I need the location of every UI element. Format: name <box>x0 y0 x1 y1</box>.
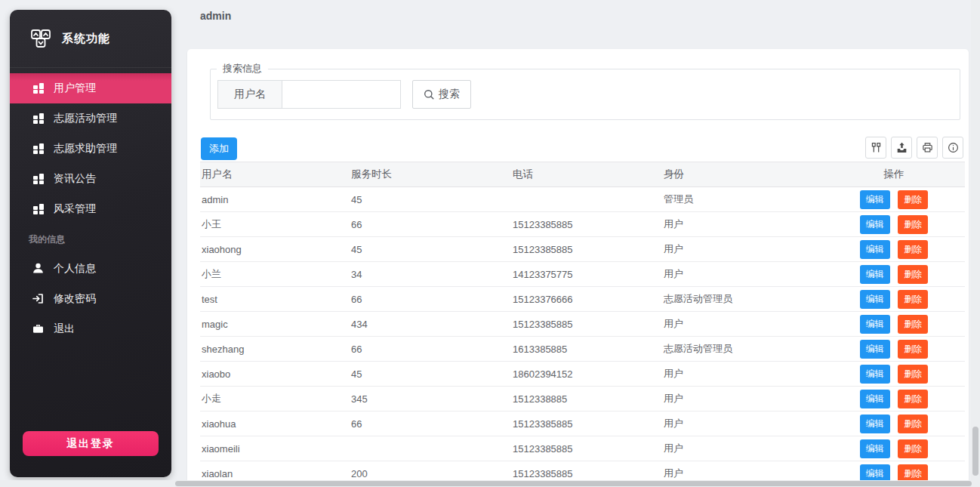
cell-role: 志愿活动管理员 <box>662 287 823 312</box>
cell-duration: 45 <box>350 187 511 212</box>
sidebar-menu-item[interactable]: 资讯公告 <box>10 164 171 194</box>
cell-duration <box>350 436 511 461</box>
vertical-scrollbar-thumb[interactable] <box>972 427 978 476</box>
sidebar-menu-item[interactable]: 志愿活动管理 <box>10 103 171 134</box>
delete-button[interactable]: 删除 <box>898 240 928 259</box>
app-logo: 系统功能 <box>10 10 171 68</box>
cell-actions: 编辑 删除 <box>823 337 965 362</box>
add-button[interactable]: 添加 <box>201 137 237 160</box>
sidebar-menu-label: 用户管理 <box>54 82 96 95</box>
edit-button[interactable]: 编辑 <box>860 365 890 384</box>
edit-button[interactable]: 编辑 <box>860 265 890 284</box>
grid-icon <box>33 113 44 124</box>
cell-username: 小走 <box>200 387 350 411</box>
cell-phone: 15123385885 <box>511 237 662 262</box>
delete-button[interactable]: 删除 <box>898 415 928 433</box>
cell-username: xiaohong <box>200 237 350 262</box>
col-duration: 服务时长 <box>350 162 511 187</box>
cell-phone: 15123385885 <box>511 411 662 436</box>
sidebar-menu-label: 资讯公告 <box>54 172 96 186</box>
cell-username: shezhang <box>200 337 350 362</box>
sidebar-menu-item[interactable]: 风采管理 <box>10 194 171 224</box>
table-row: 小兰 34 14123375775 用户 编辑 删除 <box>200 262 965 287</box>
cell-username: xiaohua <box>200 411 350 436</box>
cell-duration: 34 <box>350 262 511 287</box>
horizontal-scrollbar-thumb[interactable] <box>175 481 972 486</box>
main-menu: 用户管理 志愿活动管理 志愿求助管理 资讯公告 风采管理 <box>10 73 171 224</box>
delete-button[interactable]: 删除 <box>898 340 928 359</box>
horizontal-scrollbar-track[interactable] <box>0 480 980 487</box>
cell-username: 小王 <box>200 212 350 237</box>
delete-button[interactable]: 删除 <box>898 190 928 209</box>
edit-button[interactable]: 编辑 <box>860 340 890 359</box>
cell-role: 用户 <box>662 312 823 337</box>
table-row: xiaohong 45 15123385885 用户 编辑 删除 <box>200 237 965 262</box>
delete-button[interactable]: 删除 <box>898 290 928 309</box>
cell-actions: 编辑 删除 <box>823 237 965 262</box>
edit-button[interactable]: 编辑 <box>860 290 890 309</box>
cell-actions: 编辑 删除 <box>823 262 965 287</box>
edit-button[interactable]: 编辑 <box>860 390 890 408</box>
sidebar-menu-label: 志愿求助管理 <box>54 142 117 156</box>
sidebar-item-exit[interactable]: 退出 <box>10 315 171 334</box>
cell-phone: 15123385885 <box>511 436 662 461</box>
edit-button[interactable]: 编辑 <box>860 315 890 334</box>
vertical-scrollbar-track[interactable] <box>971 0 980 487</box>
sidebar-menu-label: 志愿活动管理 <box>54 112 117 125</box>
sidebar-menu-item[interactable]: 用户管理 <box>10 73 171 103</box>
delete-button[interactable]: 删除 <box>898 365 928 384</box>
cell-phone <box>511 187 662 212</box>
sidebar-item-profile[interactable]: 个人信息 <box>10 254 171 282</box>
delete-button[interactable]: 删除 <box>898 215 928 234</box>
content-card: 搜索信息 用户名 搜索 添加 <box>187 49 969 487</box>
briefcase-icon <box>32 322 45 334</box>
users-table: 用户名 服务时长 电话 身份 操作 admin 45 管理员 编辑 删除 <box>200 162 965 486</box>
table-row: shezhang 66 1613385885 志愿活动管理员 编辑 删除 <box>200 337 965 362</box>
cell-actions: 编辑 删除 <box>823 187 965 212</box>
info-button[interactable] <box>942 137 963 159</box>
current-user: admin <box>200 10 231 22</box>
info-icon <box>948 142 959 153</box>
search-icon <box>424 89 435 100</box>
edit-button[interactable]: 编辑 <box>860 190 890 209</box>
col-phone: 电话 <box>511 162 662 187</box>
cell-phone: 15123385885 <box>511 212 662 237</box>
search-button[interactable]: 搜索 <box>412 80 471 109</box>
print-button[interactable] <box>917 137 938 159</box>
table-header-row: 用户名 服务时长 电话 身份 操作 <box>200 162 965 187</box>
cell-phone: 1512338885 <box>511 387 662 411</box>
cell-role: 用户 <box>662 262 823 287</box>
toggle-columns-button[interactable] <box>865 137 886 159</box>
print-icon <box>922 142 933 153</box>
delete-button[interactable]: 删除 <box>898 439 928 458</box>
cell-phone: 14123375775 <box>511 262 662 287</box>
table-row: 小王 66 15123385885 用户 编辑 删除 <box>200 212 965 237</box>
col-username: 用户名 <box>200 162 350 187</box>
sidebar-menu-item[interactable]: 志愿求助管理 <box>10 134 171 164</box>
sidebar-item-change-password[interactable]: 修改密码 <box>10 285 171 313</box>
sidebar-item-label: 修改密码 <box>54 292 96 306</box>
cell-role: 用户 <box>662 411 823 436</box>
cell-username: magic <box>200 312 350 337</box>
username-search-input[interactable] <box>282 80 401 109</box>
delete-button[interactable]: 删除 <box>898 315 928 334</box>
edit-button[interactable]: 编辑 <box>860 240 890 259</box>
columns-icon <box>871 142 882 153</box>
table-row: test 66 15123376666 志愿活动管理员 编辑 删除 <box>200 287 965 312</box>
cell-role: 管理员 <box>662 187 823 212</box>
delete-button[interactable]: 删除 <box>898 390 928 408</box>
cell-role: 用户 <box>662 387 823 411</box>
search-button-label: 搜索 <box>439 88 460 101</box>
cell-actions: 编辑 删除 <box>823 287 965 312</box>
edit-button[interactable]: 编辑 <box>860 439 890 458</box>
edit-button[interactable]: 编辑 <box>860 215 890 234</box>
cell-actions: 编辑 删除 <box>823 212 965 237</box>
table-row: admin 45 管理员 编辑 删除 <box>200 187 965 212</box>
export-button[interactable] <box>891 137 912 159</box>
cell-actions: 编辑 删除 <box>823 312 965 337</box>
table-row: magic 434 15123385885 用户 编辑 删除 <box>200 312 965 337</box>
cell-duration: 45 <box>350 237 511 262</box>
edit-button[interactable]: 编辑 <box>860 415 890 433</box>
delete-button[interactable]: 删除 <box>898 265 928 284</box>
logout-button[interactable]: 退出登录 <box>23 431 159 456</box>
